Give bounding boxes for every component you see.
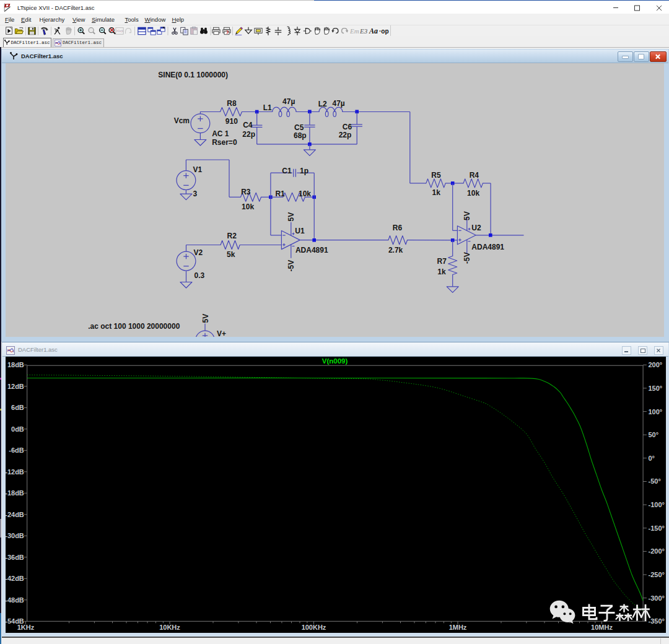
svg-text:10k: 10k xyxy=(242,202,254,211)
svg-text:-250°: -250° xyxy=(649,571,665,578)
svg-text:-48dB: -48dB xyxy=(6,596,24,604)
svg-text:-36dB: -36dB xyxy=(6,554,24,561)
svg-text:6dB: 6dB xyxy=(11,404,24,411)
svg-text:150°: 150° xyxy=(649,385,663,392)
svg-text:18dB: 18dB xyxy=(7,361,24,368)
svg-text:-5V: -5V xyxy=(287,260,295,272)
svg-text:10MHz: 10MHz xyxy=(591,624,613,631)
svg-text:L1: L1 xyxy=(263,103,272,112)
svg-text:-5V: -5V xyxy=(463,252,471,264)
svg-text:10k: 10k xyxy=(299,189,311,198)
svg-text:47µ: 47µ xyxy=(333,99,345,108)
svg-text:50°: 50° xyxy=(649,431,659,438)
svg-text:V+: V+ xyxy=(217,329,226,337)
svg-text:R7: R7 xyxy=(437,257,447,266)
svg-text:-50°: -50° xyxy=(649,477,661,485)
svg-text:ADA4891: ADA4891 xyxy=(295,246,328,255)
svg-text:1p: 1p xyxy=(300,167,308,175)
svg-text:0°: 0° xyxy=(649,455,655,462)
svg-text:10k: 10k xyxy=(467,189,479,198)
svg-text:R8: R8 xyxy=(227,99,237,108)
svg-text:Aa: Aa xyxy=(369,27,378,35)
svg-text:R2: R2 xyxy=(227,232,237,240)
svg-text:5V: 5V xyxy=(201,314,210,323)
svg-text:-18dB: -18dB xyxy=(6,489,24,497)
svg-text:1k: 1k xyxy=(437,268,446,276)
svg-text:1KHz: 1KHz xyxy=(17,624,35,631)
svg-text:2.7k: 2.7k xyxy=(388,246,403,255)
svg-text:U2: U2 xyxy=(471,224,481,232)
svg-text:·op: ·op xyxy=(379,28,389,35)
svg-text:-30dB: -30dB xyxy=(6,532,24,539)
svg-text:ADA4891: ADA4891 xyxy=(471,243,504,251)
svg-text:-24dB: -24dB xyxy=(6,511,24,518)
svg-text:-350°: -350° xyxy=(649,617,665,625)
svg-text:Vcm: Vcm xyxy=(174,116,190,125)
svg-text:12dB: 12dB xyxy=(7,383,24,390)
svg-text:100KHz: 100KHz xyxy=(302,624,326,631)
svg-text:C1: C1 xyxy=(282,167,292,175)
svg-text:R1: R1 xyxy=(275,189,285,198)
svg-text:5V: 5V xyxy=(287,212,295,222)
svg-text:Rser=0: Rser=0 xyxy=(212,138,237,147)
svg-text:5V: 5V xyxy=(463,211,471,220)
svg-text:R4: R4 xyxy=(470,171,479,180)
svg-text:V(n009): V(n009) xyxy=(322,357,348,365)
svg-text:1MHz: 1MHz xyxy=(449,624,467,631)
svg-text:SINE(0 0.1 1000000): SINE(0 0.1 1000000) xyxy=(158,71,228,79)
svg-text:0.3: 0.3 xyxy=(195,271,205,280)
svg-text:.ac oct 100 1000 20000000: .ac oct 100 1000 20000000 xyxy=(88,322,180,331)
svg-text:AC 1: AC 1 xyxy=(212,129,229,138)
svg-text:-300°: -300° xyxy=(649,594,665,602)
svg-text:68p: 68p xyxy=(294,131,307,140)
svg-text:R6: R6 xyxy=(393,224,403,232)
svg-text:22p: 22p xyxy=(339,131,352,139)
svg-text:Em: Em xyxy=(349,27,359,35)
svg-text:-6dB: -6dB xyxy=(9,446,24,454)
svg-text:-200°: -200° xyxy=(649,547,665,555)
svg-text:-12dB: -12dB xyxy=(6,468,24,476)
svg-text:C5: C5 xyxy=(294,123,304,132)
svg-text:U1: U1 xyxy=(295,227,305,235)
svg-text:V1: V1 xyxy=(193,165,203,174)
svg-text:R5: R5 xyxy=(431,171,441,180)
svg-text:C4: C4 xyxy=(243,121,253,129)
svg-text:5k: 5k xyxy=(227,250,235,259)
svg-text:R3: R3 xyxy=(241,188,251,196)
svg-text:C6: C6 xyxy=(343,123,352,131)
svg-text:-42dB: -42dB xyxy=(6,575,24,582)
svg-text:L2: L2 xyxy=(318,100,327,108)
svg-text:-150°: -150° xyxy=(649,524,665,532)
svg-text:0dB: 0dB xyxy=(11,425,24,433)
svg-text:10KHz: 10KHz xyxy=(159,624,180,631)
svg-text:100°: 100° xyxy=(649,408,663,416)
svg-text:200°: 200° xyxy=(649,361,663,368)
svg-text:-100°: -100° xyxy=(649,501,665,508)
svg-text:22p: 22p xyxy=(242,130,255,139)
svg-text:E3: E3 xyxy=(359,27,368,35)
svg-text:3: 3 xyxy=(193,189,198,198)
svg-text:1k: 1k xyxy=(432,188,441,197)
svg-text:910: 910 xyxy=(225,117,238,126)
svg-text:V2: V2 xyxy=(194,248,203,257)
svg-text:47µ: 47µ xyxy=(282,97,295,106)
